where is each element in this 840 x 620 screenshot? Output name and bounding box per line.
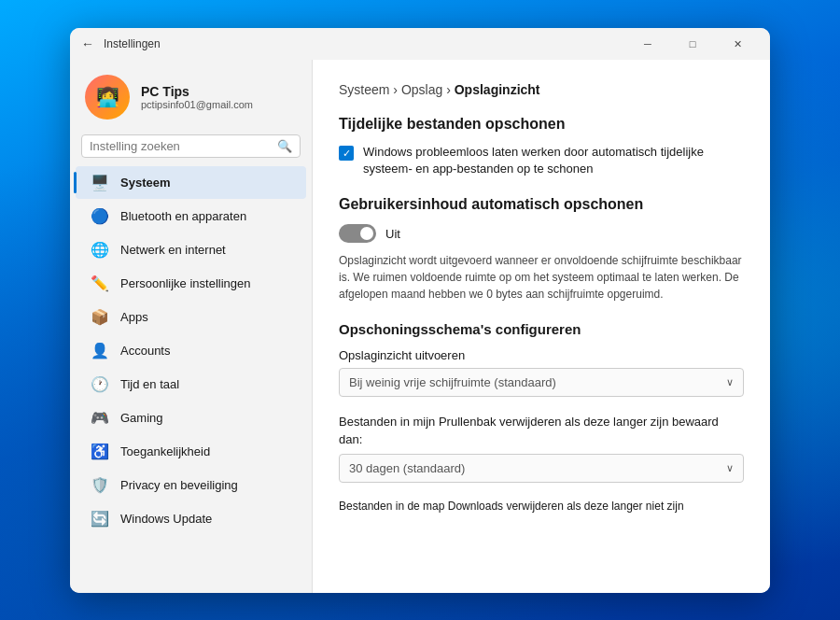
window-content: 👩‍💻 PC Tips pctipsinfo01@gmail.com 🔍 🖥️ …	[70, 60, 770, 593]
chevron-down-icon: ∨	[726, 376, 734, 388]
sidebar-item-systeem[interactable]: 🖥️ Systeem	[76, 166, 306, 199]
toggle[interactable]	[339, 224, 376, 243]
dropdown1[interactable]: Bij weinig vrije schijfruimte (standaard…	[339, 368, 744, 397]
field2-label: Bestanden in mijn Prullenbak verwijderen…	[339, 414, 744, 447]
window-controls: ─ □ ✕	[626, 28, 759, 60]
toggle-label: Uit	[385, 227, 400, 241]
field3-label: Bestanden in de map Downloads verwijdere…	[339, 500, 744, 513]
nav-label-persoonlijk: Persoonlijke instellingen	[120, 276, 250, 290]
sidebar-item-persoonlijk[interactable]: ✏️ Persoonlijke instellingen	[76, 267, 306, 300]
nav-label-systeem: Systeem	[120, 176, 170, 190]
dropdown2[interactable]: 30 dagen (standaard) ∨	[339, 454, 744, 483]
avatar: 👩‍💻	[85, 75, 130, 120]
back-button[interactable]: ←	[81, 37, 94, 50]
dropdown1-value: Bij weinig vrije schijfruimte (standaard…	[349, 375, 556, 389]
sidebar: 👩‍💻 PC Tips pctipsinfo01@gmail.com 🔍 🖥️ …	[70, 60, 313, 593]
nav-label-toegankelijkheid: Toegankelijkheid	[120, 444, 210, 458]
sidebar-item-bluetooth[interactable]: 🔵 Bluetooth en apparaten	[76, 200, 306, 232]
nav-label-bluetooth: Bluetooth en apparaten	[120, 209, 246, 223]
breadcrumb-sep1: ›	[393, 82, 401, 97]
search-box[interactable]: 🔍	[81, 134, 301, 158]
breadcrumb-part2: Opslag	[401, 82, 442, 97]
nav-list: 🖥️ Systeem 🔵 Bluetooth en apparaten 🌐 Ne…	[70, 165, 312, 536]
nav-icon-update: 🔄	[91, 510, 109, 528]
close-button[interactable]: ✕	[716, 28, 759, 60]
breadcrumb-sep2: ›	[446, 82, 455, 97]
toggle-knob	[360, 227, 373, 240]
nav-label-privacy: Privacy en beveiliging	[120, 478, 238, 492]
nav-label-accounts: Accounts	[120, 344, 170, 358]
sidebar-item-toegankelijkheid[interactable]: ♿ Toegankelijkheid	[76, 435, 306, 468]
nav-label-gaming: Gaming	[120, 411, 163, 425]
section1-title: Tijdelijke bestanden opschonen	[339, 116, 744, 133]
sidebar-item-gaming[interactable]: 🎮 Gaming	[76, 402, 306, 434]
chevron-down-icon2: ∨	[726, 462, 734, 474]
sidebar-item-update[interactable]: 🔄 Windows Update	[76, 502, 306, 535]
breadcrumb: Systeem › Opslag › Opslaginzicht	[339, 82, 744, 97]
nav-label-tijd: Tijd en taal	[120, 377, 179, 391]
breadcrumb-part1: Systeem	[339, 82, 389, 97]
dropdown2-value: 30 dagen (standaard)	[349, 461, 465, 475]
window-title: Instellingen	[104, 37, 626, 50]
user-profile: 👩‍💻 PC Tips pctipsinfo01@gmail.com	[70, 60, 312, 131]
checkbox[interactable]: ✓	[339, 146, 354, 161]
search-input[interactable]	[90, 139, 277, 153]
nav-icon-toegankelijkheid: ♿	[91, 443, 109, 460]
settings-window: ← Instellingen ─ □ ✕ 👩‍💻 PC Tips pctipsi…	[70, 28, 770, 593]
checkbox-label: Windows probleemloos laten werken door a…	[363, 144, 744, 177]
user-name: PC Tips	[141, 84, 253, 99]
nav-icon-accounts: 👤	[91, 342, 109, 359]
titlebar: ← Instellingen ─ □ ✕	[70, 28, 770, 60]
nav-icon-gaming: 🎮	[91, 409, 109, 427]
minimize-button[interactable]: ─	[626, 28, 669, 60]
nav-icon-systeem: 🖥️	[91, 174, 109, 191]
search-icon: 🔍	[277, 139, 292, 153]
nav-label-update: Windows Update	[120, 512, 212, 526]
nav-icon-apps: 📦	[91, 308, 109, 326]
avatar-icon: 👩‍💻	[96, 86, 119, 108]
breadcrumb-part3: Opslaginzicht	[455, 82, 540, 97]
nav-icon-bluetooth: 🔵	[91, 207, 109, 225]
section2-title: Gebruikersinhoud automatisch opschonen	[339, 196, 744, 213]
user-email: pctipsinfo01@gmail.com	[141, 99, 253, 110]
toggle-row: Uit	[339, 224, 744, 243]
sidebar-item-accounts[interactable]: 👤 Accounts	[76, 334, 306, 367]
section2-description: Opslaginzicht wordt uitgevoerd wanneer e…	[339, 252, 744, 303]
nav-icon-privacy: 🛡️	[91, 476, 109, 494]
checkbox-row: ✓ Windows probleemloos laten werken door…	[339, 144, 744, 177]
nav-icon-netwerk: 🌐	[91, 241, 109, 259]
maximize-button[interactable]: □	[671, 28, 714, 60]
sidebar-item-privacy[interactable]: 🛡️ Privacy en beveiliging	[76, 469, 306, 501]
nav-label-netwerk: Netwerk en internet	[120, 243, 226, 257]
nav-icon-tijd: 🕐	[91, 375, 109, 393]
sidebar-item-apps[interactable]: 📦 Apps	[76, 301, 306, 333]
main-content: Systeem › Opslag › Opslaginzicht Tijdeli…	[313, 60, 770, 593]
sidebar-item-netwerk[interactable]: 🌐 Netwerk en internet	[76, 233, 306, 266]
section3-title: Opschoningsschema's configureren	[339, 321, 744, 337]
nav-label-apps: Apps	[120, 310, 148, 324]
nav-icon-persoonlijk: ✏️	[91, 275, 109, 292]
sidebar-item-tijd[interactable]: 🕐 Tijd en taal	[76, 368, 306, 401]
field1-label: Opslaginzicht uitvoeren	[339, 348, 744, 362]
user-info: PC Tips pctipsinfo01@gmail.com	[141, 84, 253, 110]
